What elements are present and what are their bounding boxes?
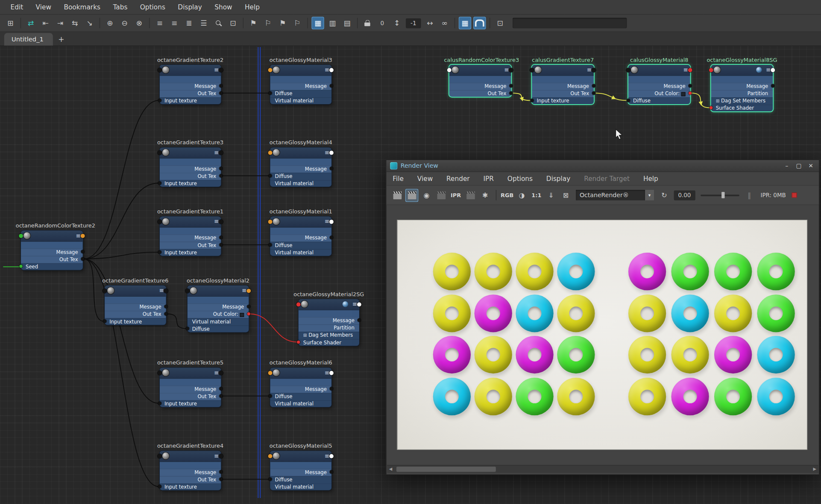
node-row-input-texture[interactable]: Input texture	[532, 97, 594, 104]
node-port[interactable]	[358, 319, 361, 322]
node-menu-icon[interactable]	[352, 301, 357, 308]
node-port[interactable]	[219, 68, 223, 72]
node-octaneGradientTexture1[interactable]: octaneGradientTexture1MessageOut TexInpu…	[160, 216, 221, 256]
node-port[interactable]	[447, 68, 452, 72]
node-header[interactable]	[270, 148, 331, 159]
scroll-left-icon[interactable]	[387, 466, 394, 473]
node-port[interactable]	[186, 327, 189, 330]
node-port[interactable]	[269, 478, 272, 481]
pin-outputs-button[interactable]: ⚐	[291, 17, 304, 29]
node-port[interactable]	[19, 265, 22, 268]
node-port[interactable]	[771, 84, 774, 87]
lock-attributes-button[interactable]	[361, 17, 374, 29]
view-mode-connected-button[interactable]: ▥	[326, 17, 339, 29]
node-header[interactable]	[299, 299, 359, 310]
node-octaneGradientTexture6[interactable]: octaneGradientTexture6MessageOut TexInpu…	[105, 286, 166, 325]
view-mode-simple-button[interactable]: ▦	[311, 17, 324, 29]
node-port[interactable]	[329, 68, 334, 72]
node-port[interactable]	[269, 174, 272, 177]
node-row-message[interactable]: Message	[160, 234, 221, 242]
node-row-message[interactable]: Message	[270, 165, 331, 172]
node-row-dag-set-members[interactable]: ⊞Dag Set Members	[711, 97, 773, 105]
node-port[interactable]	[626, 68, 630, 72]
close-icon[interactable]	[806, 163, 815, 169]
node-octaneGlossyMaterial8SG[interactable]: octaneGlossyMaterial8SGMessagePartition⊞…	[711, 65, 773, 111]
node-row-input-texture[interactable]: Input texture	[160, 97, 221, 104]
node-port[interactable]	[220, 167, 223, 170]
display-connected-button[interactable]: ≡	[168, 17, 180, 29]
node-menu-icon[interactable]	[683, 67, 688, 73]
add-to-graph-button[interactable]: ⊕	[104, 17, 116, 29]
node-port[interactable]	[329, 151, 334, 155]
node-port[interactable]	[185, 289, 190, 293]
node-row-out-tex[interactable]: Out Tex	[160, 476, 221, 483]
node-port[interactable]	[158, 220, 162, 224]
node-row-message[interactable]: Message	[711, 83, 773, 90]
node-octaneGlossyMaterial1[interactable]: octaneGlossyMaterial1MessageDiffuseVirtu…	[270, 216, 331, 256]
node-row-partition[interactable]: Partition	[299, 324, 359, 332]
node-header[interactable]	[188, 286, 249, 297]
node-header[interactable]	[628, 65, 690, 76]
node-port[interactable]	[219, 220, 223, 224]
node-port[interactable]	[19, 234, 23, 238]
node-port[interactable]	[220, 236, 223, 239]
node-menu-icon[interactable]	[325, 149, 329, 156]
node-header[interactable]	[532, 65, 594, 76]
node-port[interactable]	[268, 220, 273, 224]
node-port[interactable]	[330, 84, 333, 87]
node-menu-icon[interactable]	[214, 218, 219, 225]
ipr-render-button[interactable]	[434, 189, 448, 202]
node-row-out-tex[interactable]: Out Tex	[21, 256, 83, 263]
node-port[interactable]	[510, 92, 513, 95]
node-port[interactable]	[329, 220, 334, 224]
node-port[interactable]	[164, 312, 167, 315]
node-port[interactable]	[158, 99, 161, 102]
node-port[interactable]	[627, 99, 630, 102]
node-port[interactable]	[220, 478, 223, 481]
node-port[interactable]	[268, 454, 273, 458]
node-menu-icon[interactable]	[766, 67, 771, 73]
node-octaneGlossyMaterial6[interactable]: octaneGlossyMaterial6MessageDiffuseVirtu…	[270, 368, 331, 407]
traversal-depth-zero-button[interactable]: 0	[376, 17, 388, 29]
pause-button[interactable]: ‖	[743, 189, 756, 202]
maximize-icon[interactable]	[795, 163, 803, 169]
node-menu-icon[interactable]	[325, 452, 329, 459]
node-header[interactable]	[21, 231, 83, 242]
traversal-step-button[interactable]: ↕	[390, 17, 403, 29]
node-port[interactable]	[158, 181, 161, 184]
render-view-titlebar[interactable]: Render View	[387, 160, 819, 172]
node-menu-icon[interactable]	[325, 218, 329, 225]
render-view-menu-help[interactable]: Help	[643, 175, 658, 182]
clear-graph-button[interactable]: ⊗	[133, 17, 145, 29]
node-row-message[interactable]: Message	[21, 248, 83, 256]
node-row-virtual-material[interactable]: Virtual material	[270, 400, 331, 407]
node-row-message[interactable]: Message	[449, 83, 511, 90]
node-header[interactable]	[160, 451, 221, 462]
node-port[interactable]	[103, 289, 107, 293]
node-octaneGlossyMaterial3[interactable]: octaneGlossyMaterial3MessageDiffuseVirtu…	[270, 65, 331, 104]
render-settings-button[interactable]: ✱	[478, 189, 492, 202]
node-port[interactable]	[330, 387, 333, 390]
node-row-virtual-material[interactable]: Virtual material	[270, 97, 331, 104]
node-menu-icon[interactable]	[325, 67, 329, 73]
node-octaneGlossyMaterial2[interactable]: octaneGlossyMaterial2MessageOut Color:Vi…	[188, 286, 249, 332]
node-port[interactable]	[158, 251, 161, 253]
node-row-out-color[interactable]: Out Color:	[628, 90, 690, 97]
node-octaneGradientTexture5[interactable]: octaneGradientTexture5MessageOut TexInpu…	[160, 368, 221, 407]
node-row-out-tex[interactable]: Out Tex	[105, 311, 166, 318]
node-row-message[interactable]: Message	[270, 385, 331, 393]
node-port[interactable]	[592, 92, 595, 95]
node-menu-icon[interactable]	[159, 287, 164, 294]
node-port[interactable]	[220, 84, 223, 87]
render-view-horizontal-scrollbar[interactable]	[387, 465, 818, 473]
chevron-down-icon[interactable]	[645, 190, 654, 201]
graph-bidirectional-button[interactable]: ⇆	[69, 17, 81, 29]
renderer-select-value[interactable]: OctaneRender®	[576, 190, 645, 201]
node-port[interactable]	[219, 371, 223, 375]
node-row-surface-shader[interactable]: Surface Shader	[299, 339, 359, 346]
node-row-message[interactable]: Message	[160, 385, 221, 393]
node-row-message[interactable]: Message	[160, 469, 221, 476]
node-row-input-texture[interactable]: Input texture	[160, 180, 221, 187]
node-port[interactable]	[220, 394, 223, 397]
node-octaneGradientTexture2[interactable]: octaneGradientTexture2MessageOut TexInpu…	[160, 65, 221, 104]
